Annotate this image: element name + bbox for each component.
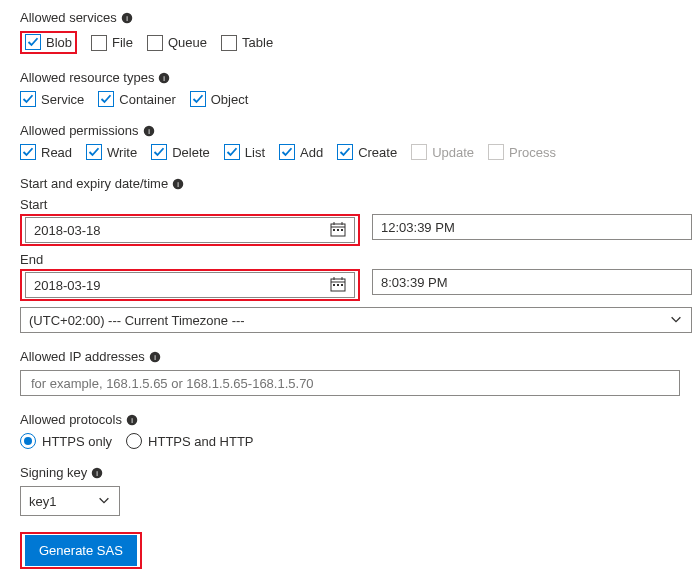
radio-icon <box>20 433 36 449</box>
info-icon[interactable]: i <box>91 467 103 479</box>
checkbox-table[interactable]: Table <box>221 35 273 51</box>
checkbox-label: Table <box>242 35 273 50</box>
check-icon <box>488 144 504 160</box>
checkbox-label: Object <box>211 92 249 107</box>
svg-rect-21 <box>341 284 343 286</box>
checkbox-label: Container <box>119 92 175 107</box>
svg-rect-13 <box>337 229 339 231</box>
check-icon <box>98 91 114 107</box>
info-icon[interactable]: i <box>158 72 170 84</box>
start-date-value: 2018-03-18 <box>34 223 101 238</box>
radio-icon <box>126 433 142 449</box>
check-icon <box>337 144 353 160</box>
checkbox-container[interactable]: Container <box>98 91 175 107</box>
checkbox-create[interactable]: Create <box>337 144 397 160</box>
end-time-value: 8:03:39 PM <box>381 275 448 290</box>
signing-key-value: key1 <box>29 494 56 509</box>
checkbox-label: Blob <box>46 35 72 50</box>
datetime-title: Start and expiry date/time <box>20 176 168 191</box>
checkbox-label: Add <box>300 145 323 160</box>
checkbox-delete[interactable]: Delete <box>151 144 210 160</box>
info-icon[interactable]: i <box>126 414 138 426</box>
end-date-input[interactable]: 2018-03-19 <box>25 272 355 298</box>
checkbox-label: Update <box>432 145 474 160</box>
check-icon <box>190 91 206 107</box>
checkbox-label: Read <box>41 145 72 160</box>
highlight-blob: Blob <box>20 31 77 54</box>
timezone-value: (UTC+02:00) --- Current Timezone --- <box>29 313 245 328</box>
check-icon <box>221 35 237 51</box>
start-time-input[interactable]: 12:03:39 PM <box>372 214 692 240</box>
checkbox-label: List <box>245 145 265 160</box>
checkbox-add[interactable]: Add <box>279 144 323 160</box>
check-icon <box>25 34 41 50</box>
svg-rect-20 <box>337 284 339 286</box>
check-icon <box>91 35 107 51</box>
checkbox-queue[interactable]: Queue <box>147 35 207 51</box>
permissions-title: Allowed permissions <box>20 123 139 138</box>
allowed-services-title: Allowed services <box>20 10 117 25</box>
checkbox-service[interactable]: Service <box>20 91 84 107</box>
end-date-value: 2018-03-19 <box>34 278 101 293</box>
protocols-title: Allowed protocols <box>20 412 122 427</box>
checkbox-label: Create <box>358 145 397 160</box>
check-icon <box>20 144 36 160</box>
calendar-icon[interactable] <box>330 221 346 240</box>
calendar-icon[interactable] <box>330 276 346 295</box>
chevron-down-icon <box>669 312 683 329</box>
check-icon <box>151 144 167 160</box>
checkbox-read[interactable]: Read <box>20 144 72 160</box>
info-icon[interactable]: i <box>149 351 161 363</box>
radio-https-http[interactable]: HTTPS and HTTP <box>126 433 253 449</box>
checkbox-object[interactable]: Object <box>190 91 249 107</box>
start-time-value: 12:03:39 PM <box>381 220 455 235</box>
check-icon <box>86 144 102 160</box>
timezone-select[interactable]: (UTC+02:00) --- Current Timezone --- <box>20 307 692 333</box>
checkbox-update: Update <box>411 144 474 160</box>
checkbox-label: Delete <box>172 145 210 160</box>
radio-https-only[interactable]: HTTPS only <box>20 433 112 449</box>
ip-title: Allowed IP addresses <box>20 349 145 364</box>
svg-rect-12 <box>333 229 335 231</box>
checkbox-label: Service <box>41 92 84 107</box>
check-icon <box>279 144 295 160</box>
svg-rect-14 <box>341 229 343 231</box>
checkbox-label: Process <box>509 145 556 160</box>
checkbox-label: File <box>112 35 133 50</box>
start-label: Start <box>20 197 360 212</box>
signing-title: Signing key <box>20 465 87 480</box>
generate-sas-button[interactable]: Generate SAS <box>25 535 137 566</box>
highlight-end-date: 2018-03-19 <box>20 269 360 301</box>
end-label: End <box>20 252 360 267</box>
info-icon[interactable]: i <box>143 125 155 137</box>
check-icon <box>147 35 163 51</box>
checkbox-label: Queue <box>168 35 207 50</box>
checkbox-file[interactable]: File <box>91 35 133 51</box>
ip-input-field[interactable] <box>29 375 671 392</box>
checkbox-label: Write <box>107 145 137 160</box>
radio-label: HTTPS and HTTP <box>148 434 253 449</box>
highlight-start-date: 2018-03-18 <box>20 214 360 246</box>
checkbox-write[interactable]: Write <box>86 144 137 160</box>
start-date-input[interactable]: 2018-03-18 <box>25 217 355 243</box>
checkbox-list[interactable]: List <box>224 144 265 160</box>
check-icon <box>20 91 36 107</box>
resource-types-title: Allowed resource types <box>20 70 154 85</box>
check-icon <box>411 144 427 160</box>
info-icon[interactable]: i <box>172 178 184 190</box>
svg-rect-19 <box>333 284 335 286</box>
check-icon <box>224 144 240 160</box>
signing-key-select[interactable]: key1 <box>20 486 120 516</box>
checkbox-process: Process <box>488 144 556 160</box>
chevron-down-icon <box>97 493 111 510</box>
ip-input[interactable] <box>20 370 680 396</box>
highlight-generate: Generate SAS <box>20 532 142 569</box>
end-time-input[interactable]: 8:03:39 PM <box>372 269 692 295</box>
checkbox-blob[interactable]: Blob <box>25 34 72 50</box>
info-icon[interactable]: i <box>121 12 133 24</box>
radio-label: HTTPS only <box>42 434 112 449</box>
